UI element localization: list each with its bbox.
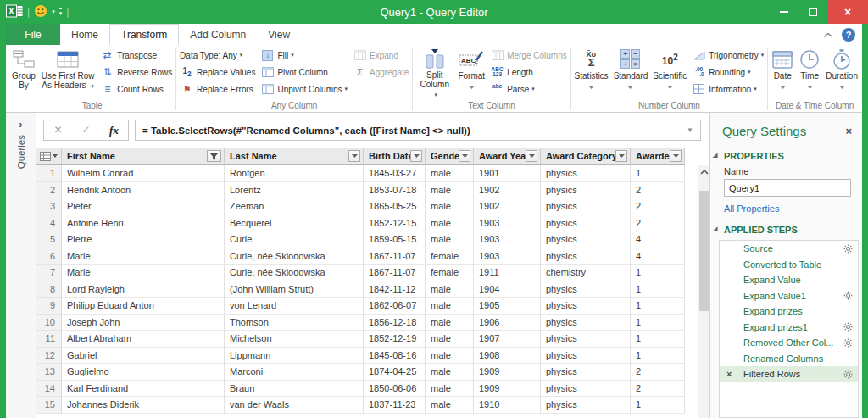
query-name-input[interactable] <box>724 179 851 197</box>
cell-first-name[interactable]: Hendrik Antoon <box>62 182 225 199</box>
gear-icon[interactable] <box>843 370 853 379</box>
replace-errors-button[interactable]: ⚑Replace Errors <box>177 81 258 98</box>
row-number[interactable]: 4 <box>36 215 62 232</box>
cell-birth-date[interactable]: 1867-11-07 <box>364 248 426 265</box>
row-number[interactable]: 8 <box>36 281 62 298</box>
row-number[interactable]: 9 <box>36 298 62 315</box>
cell-gender[interactable]: male <box>426 182 474 199</box>
cell-award-year[interactable]: 1904 <box>474 281 541 298</box>
time-button[interactable]: Time <box>796 46 823 99</box>
cell-last-name[interactable]: Röntgen <box>225 165 364 182</box>
cell-first-name[interactable]: Wilhelm Conrad <box>62 165 225 182</box>
applied-steps-section-header[interactable]: ◢APPLIED STEPS <box>710 222 862 237</box>
column-header-last-name[interactable]: Last Name <box>225 148 364 165</box>
cell-gender[interactable]: male <box>426 315 474 332</box>
cell-award-year[interactable]: 1909 <box>474 364 541 381</box>
cell-gender[interactable]: male <box>426 348 474 365</box>
cell-awardees[interactable]: 2 <box>631 182 685 199</box>
cell-awardees[interactable]: 1 <box>631 348 685 365</box>
collapse-ribbon-icon[interactable] <box>823 30 833 40</box>
tab-transform[interactable]: Transform <box>109 24 179 45</box>
cell-awardees[interactable]: 1 <box>631 281 685 298</box>
cell-gender[interactable]: male <box>426 397 474 414</box>
cell-award-year[interactable]: 1902 <box>474 182 541 199</box>
cell-award-year[interactable]: 1911 <box>474 265 541 281</box>
cell-gender[interactable]: male <box>426 198 474 215</box>
expand-button[interactable]: Expand <box>350 47 411 64</box>
date-button[interactable]: Date <box>769 46 796 99</box>
cell-award-category[interactable]: physics <box>541 331 631 348</box>
cell-award-category[interactable]: physics <box>541 298 631 315</box>
row-number[interactable]: 6 <box>36 248 62 265</box>
cell-awardees[interactable]: 1 <box>631 298 685 315</box>
cell-birth-date[interactable]: 1853-07-18 <box>364 182 426 199</box>
format-button[interactable]: ABCFormat <box>455 46 487 99</box>
row-number[interactable]: 3 <box>36 198 62 215</box>
cell-award-year[interactable]: 1903 <box>474 248 541 265</box>
table-corner-icon[interactable] <box>36 148 62 165</box>
applied-step-expand-value[interactable]: Expand Value <box>720 272 858 288</box>
row-number[interactable]: 5 <box>36 231 62 248</box>
cell-award-year[interactable]: 1901 <box>474 165 541 182</box>
applied-step-expand-prizes[interactable]: Expand prizes <box>720 304 858 320</box>
collapse-triangle-icon[interactable]: ◢ <box>713 152 717 159</box>
applied-step-removed-other-col[interactable]: Removed Other Col... <box>720 335 858 351</box>
close-settings-icon[interactable]: × <box>845 125 852 137</box>
cell-birth-date[interactable]: 1874-04-25 <box>364 364 426 381</box>
cell-gender[interactable]: female <box>426 248 474 265</box>
cell-first-name[interactable]: Gabriel <box>62 348 225 365</box>
cell-birth-date[interactable]: 1837-11-23 <box>364 397 426 414</box>
use-first-row-as-headers-button[interactable]: Use First Row As Headers ▾ <box>38 46 97 99</box>
aggregate-button[interactable]: ΣAggregate <box>350 64 411 81</box>
applied-step-expand-prizes1[interactable]: Expand prizes1 <box>720 320 858 336</box>
maximize-icon[interactable] <box>798 0 827 24</box>
cell-gender[interactable]: male <box>426 331 474 348</box>
cell-gender[interactable]: male <box>426 381 474 398</box>
cell-last-name[interactable]: Michelson <box>225 331 364 348</box>
cell-awardees[interactable]: 1 <box>631 315 685 332</box>
cell-last-name[interactable]: Thomson <box>225 315 364 332</box>
cell-first-name[interactable]: Philipp Eduard Anton <box>62 298 225 315</box>
pivot-column-button[interactable]: Pivot Column <box>258 64 350 81</box>
cell-first-name[interactable]: Pieter <box>62 198 225 215</box>
help-icon[interactable]: ? <box>842 28 855 42</box>
cell-last-name[interactable]: Becquerel <box>225 215 364 232</box>
statistics-button[interactable]: X̄σΣStatistics <box>572 46 611 99</box>
cell-gender[interactable]: female <box>426 265 474 281</box>
unpivot-columns-button[interactable]: Unpivot Columns▾ <box>258 81 350 98</box>
smiley-dropdown-icon[interactable]: ▾ <box>52 8 55 15</box>
cell-awardees[interactable]: 2 <box>631 364 685 381</box>
cell-award-year[interactable]: 1908 <box>474 348 541 365</box>
row-number[interactable]: 2 <box>36 182 62 199</box>
cell-award-category[interactable]: physics <box>541 381 631 398</box>
column-header-awardees[interactable]: Awardees <box>631 148 685 165</box>
cell-birth-date[interactable]: 1856-12-18 <box>364 315 426 332</box>
cell-last-name[interactable]: van der Waals <box>225 397 364 414</box>
split-column-button[interactable]: Split Column ▾ <box>414 46 455 99</box>
cell-first-name[interactable]: Marie <box>62 248 225 265</box>
transpose-button[interactable]: ⇄Transpose <box>97 47 175 64</box>
smiley-feedback-icon[interactable] <box>34 4 47 20</box>
length-button[interactable]: ABC123Length <box>487 64 570 81</box>
cell-award-category[interactable]: physics <box>541 231 631 248</box>
trigonometry-button[interactable]: Trigonometry▾ <box>689 47 766 64</box>
tab-add-column[interactable]: Add Column <box>179 24 257 45</box>
row-number[interactable]: 11 <box>36 331 62 348</box>
duration-button[interactable]: Duration <box>823 46 860 99</box>
all-properties-link[interactable]: All Properties <box>724 203 862 214</box>
cell-birth-date[interactable]: 1865-05-25 <box>364 198 426 215</box>
row-number[interactable]: 14 <box>36 381 62 398</box>
applied-step-converted-to-table[interactable]: Converted to Table <box>720 257 858 273</box>
cell-award-category[interactable]: physics <box>541 397 631 414</box>
cell-award-category[interactable]: physics <box>541 364 631 381</box>
column-header-award-category[interactable]: Award Category <box>541 148 631 165</box>
cell-first-name[interactable]: Guglielmo <box>62 364 225 381</box>
replace-values-button[interactable]: 12Replace Values <box>177 64 258 81</box>
cell-awardees[interactable]: 2 <box>631 198 685 215</box>
cell-last-name[interactable]: (John William Strutt) <box>225 281 364 298</box>
column-dropdown-icon[interactable] <box>410 150 422 162</box>
cell-first-name[interactable]: Joseph John <box>62 315 225 332</box>
merge-columns-button[interactable]: Merge Columns <box>487 47 570 64</box>
row-number[interactable]: 13 <box>36 364 62 381</box>
cell-award-category[interactable]: physics <box>541 315 631 332</box>
